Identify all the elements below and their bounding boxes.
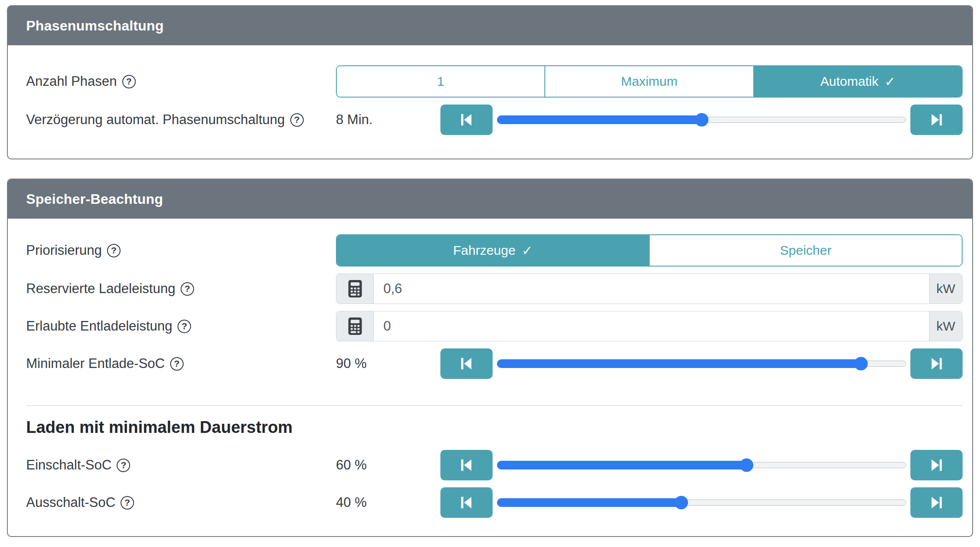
help-icon[interactable]: ? — [290, 113, 304, 127]
panel-title-phasenumschaltung: Phasenumschaltung — [8, 6, 972, 45]
slider-thumb[interactable] — [695, 113, 708, 127]
skip-to-min-button[interactable] — [440, 450, 493, 480]
priority-option-fahrzeuge-button[interactable]: Fahrzeuge ✓ — [337, 235, 649, 266]
verzoegerung-value: 8 Min. — [336, 112, 440, 128]
minimaler-entlade-soc-label-text: Minimaler Entlade-SoC — [26, 356, 165, 371]
battery-panel: Speicher-Beachtung Priorisierung ? Fahrz… — [7, 179, 973, 537]
phases-option-maximum-button[interactable]: Maximum — [544, 66, 753, 97]
row-minimaler-entlade-soc: Minimaler Entlade-SoC ? 90 % — [26, 348, 963, 379]
einschalt-soc-label: Einschalt-SoC ? — [26, 457, 336, 473]
calculator-button[interactable] — [336, 274, 374, 304]
reservierte-ladeleistung-input[interactable] — [374, 274, 929, 304]
help-icon[interactable]: ? — [122, 75, 136, 88]
skip-to-min-button[interactable] — [440, 348, 493, 379]
calculator-icon — [347, 280, 363, 298]
phases-option-automatik-label: Automatik — [820, 74, 878, 89]
reservierte-ladeleistung-input-group: kW — [336, 274, 963, 304]
skip-backward-icon — [460, 459, 473, 472]
minimaler-entlade-soc-slider[interactable] — [497, 348, 906, 379]
phases-option-automatik-button[interactable]: Automatik ✓ — [753, 66, 962, 97]
help-icon[interactable]: ? — [117, 459, 130, 472]
minimaler-entlade-soc-slider-group — [440, 348, 963, 379]
priorisierung-segmented-control: Fahrzeuge ✓ Speicher — [336, 234, 963, 267]
calculator-icon — [347, 317, 363, 335]
check-icon: ✓ — [522, 243, 533, 258]
skip-to-max-button[interactable] — [910, 105, 963, 135]
priority-option-speicher-button[interactable]: Speicher — [649, 235, 962, 266]
skip-backward-icon — [460, 113, 473, 126]
skip-forward-icon — [930, 113, 943, 126]
einschalt-soc-label-text: Einschalt-SoC — [26, 457, 111, 473]
row-reservierte-ladeleistung: Reservierte Ladeleistung ? — [26, 274, 963, 304]
skip-backward-icon — [460, 496, 473, 509]
help-icon[interactable]: ? — [121, 496, 134, 510]
unit-kw-label: kW — [929, 311, 962, 341]
slider-fill — [497, 115, 701, 124]
unit-kw-label: kW — [929, 274, 962, 304]
skip-to-max-button[interactable] — [910, 487, 963, 518]
priority-option-speicher-label: Speicher — [780, 243, 831, 258]
min-current-section-heading: Laden mit minimalem Dauerstrom — [26, 418, 963, 437]
help-icon[interactable]: ? — [107, 244, 121, 257]
slider-thumb[interactable] — [854, 357, 868, 371]
slider-fill — [497, 498, 681, 507]
phases-option-maximum-label: Maximum — [621, 74, 678, 89]
priorisierung-label: Priorisierung ? — [26, 243, 336, 258]
phase-switching-panel: Phasenumschaltung Anzahl Phasen ? 1 Maxi… — [7, 5, 973, 159]
verzoegerung-label: Verzögerung automat. Phasenumschaltung ? — [26, 112, 336, 128]
phases-option-1-label: 1 — [437, 74, 444, 89]
row-verzoegerung: Verzögerung automat. Phasenumschaltung ?… — [26, 105, 963, 135]
erlaubte-entladeleistung-label: Erlaubte Entladeleistung ? — [26, 318, 336, 334]
skip-to-max-button[interactable] — [910, 348, 963, 379]
settings-page: Phasenumschaltung Anzahl Phasen ? 1 Maxi… — [0, 0, 980, 542]
slider-fill — [497, 359, 861, 368]
ausschalt-soc-slider-group — [440, 487, 963, 518]
skip-forward-icon — [930, 357, 943, 370]
slider-thumb[interactable] — [675, 496, 688, 510]
panel-title-speicher-beachtung: Speicher-Beachtung — [8, 179, 972, 219]
ausschalt-soc-label-text: Ausschalt-SoC — [26, 495, 115, 510]
erlaubte-entladeleistung-input-group: kW — [336, 311, 963, 341]
erlaubte-entladeleistung-input[interactable] — [374, 311, 929, 341]
einschalt-soc-slider-group — [440, 450, 963, 480]
einschalt-soc-slider[interactable] — [497, 450, 906, 480]
skip-to-max-button[interactable] — [910, 450, 963, 480]
row-ausschalt-soc: Ausschalt-SoC ? 40 % — [26, 487, 963, 518]
skip-forward-icon — [930, 459, 943, 472]
ausschalt-soc-value: 40 % — [336, 495, 440, 510]
priorisierung-label-text: Priorisierung — [26, 243, 102, 258]
phase-panel-body: Anzahl Phasen ? 1 Maximum Automatik ✓ — [8, 45, 972, 159]
section-divider — [26, 405, 963, 406]
row-anzahl-phasen: Anzahl Phasen ? 1 Maximum Automatik ✓ — [26, 65, 963, 98]
slider-fill — [497, 461, 746, 469]
verzoegerung-slider-group — [440, 105, 963, 135]
ausschalt-soc-slider[interactable] — [497, 487, 906, 518]
einschalt-soc-value: 60 % — [336, 457, 440, 473]
skip-to-min-button[interactable] — [440, 105, 493, 135]
row-einschalt-soc: Einschalt-SoC ? 60 % — [26, 450, 963, 480]
skip-forward-icon — [930, 496, 943, 509]
calculator-button[interactable] — [336, 311, 374, 341]
verzoegerung-slider[interactable] — [497, 105, 906, 135]
phases-option-1-button[interactable]: 1 — [337, 66, 544, 97]
erlaubte-entladeleistung-label-text: Erlaubte Entladeleistung — [26, 318, 172, 334]
slider-thumb[interactable] — [740, 459, 753, 472]
ausschalt-soc-label: Ausschalt-SoC ? — [26, 495, 336, 510]
anzahl-phasen-label: Anzahl Phasen ? — [26, 74, 336, 89]
anzahl-phasen-segmented-control: 1 Maximum Automatik ✓ — [336, 65, 963, 98]
row-erlaubte-entladeleistung: Erlaubte Entladeleistung ? — [26, 311, 963, 341]
reservierte-ladeleistung-label: Reservierte Ladeleistung ? — [26, 281, 336, 297]
anzahl-phasen-label-text: Anzahl Phasen — [26, 74, 117, 89]
row-priorisierung: Priorisierung ? Fahrzeuge ✓ Speicher — [26, 234, 963, 267]
minimaler-entlade-soc-value: 90 % — [336, 356, 440, 371]
check-icon: ✓ — [884, 74, 895, 89]
priority-option-fahrzeuge-label: Fahrzeuge — [453, 243, 515, 258]
minimaler-entlade-soc-label: Minimaler Entlade-SoC ? — [26, 356, 336, 371]
help-icon[interactable]: ? — [178, 320, 191, 333]
battery-panel-body: Priorisierung ? Fahrzeuge ✓ Speicher Res… — [8, 219, 972, 536]
help-icon[interactable]: ? — [181, 282, 194, 296]
reservierte-ladeleistung-label-text: Reservierte Ladeleistung — [26, 281, 175, 297]
skip-backward-icon — [460, 357, 473, 370]
skip-to-min-button[interactable] — [440, 487, 493, 518]
help-icon[interactable]: ? — [170, 357, 184, 371]
